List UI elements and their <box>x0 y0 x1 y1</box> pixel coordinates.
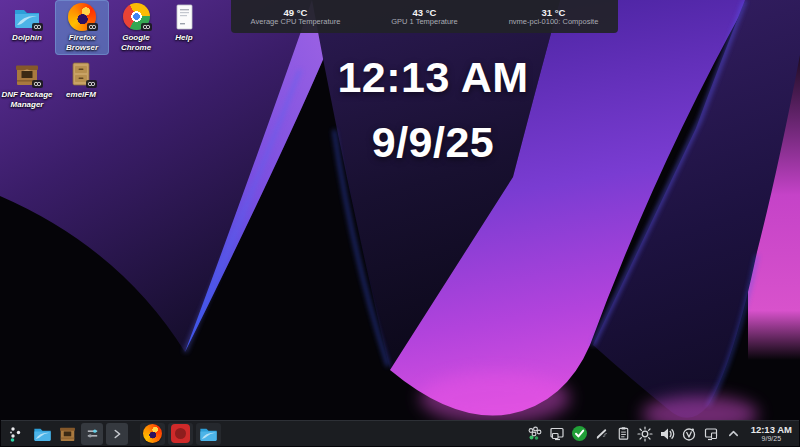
tray-app-cluster-button[interactable] <box>527 425 544 442</box>
dolphin-icon <box>199 424 218 443</box>
task-button-red-app[interactable] <box>168 423 193 445</box>
app-cluster-icon <box>527 426 543 442</box>
taskbar-clock-date: 9/9/25 <box>751 435 792 442</box>
desktop-icon-chrome[interactable]: Google Chrome <box>109 0 163 55</box>
pinned-package-manager-button[interactable] <box>56 423 78 445</box>
clock-time: 12:13 AM <box>283 56 583 99</box>
system-monitor-widget[interactable]: 49 °C Average CPU Temperature 43 °C GPU … <box>231 0 618 33</box>
tray-volume-button[interactable] <box>659 425 676 442</box>
gpu-temp-value: 43 °C <box>413 8 437 18</box>
package-box-icon <box>58 424 77 443</box>
display-config-icon <box>549 426 565 442</box>
expand-tray-chevron-up-icon <box>726 426 741 441</box>
tray-clipboard-button[interactable] <box>615 425 632 442</box>
tray-vpn-button[interactable] <box>681 425 698 442</box>
taskbar-clock-time: 12:13 AM <box>751 425 792 435</box>
nvme-temp-sensor: 31 °C nvme-pci-0100: Composite <box>489 0 618 33</box>
dolphin-icon <box>33 424 52 443</box>
help-document-icon <box>170 3 198 31</box>
nvme-temp-value: 31 °C <box>542 8 566 18</box>
tray-stylus-button[interactable] <box>593 425 610 442</box>
tray-window-share-button[interactable] <box>703 425 720 442</box>
application-launcher-button[interactable] <box>6 423 28 445</box>
red-app-icon <box>171 424 190 443</box>
tray-display-config-button[interactable] <box>549 425 566 442</box>
clipboard-icon <box>616 426 631 441</box>
gpu-temp-sensor: 43 °C GPU 1 Temperature <box>360 0 489 33</box>
brightness-icon <box>637 426 653 442</box>
cpu-temp-label: Average CPU Temperature <box>251 18 341 26</box>
panel-show-more-button[interactable] <box>106 423 128 445</box>
symlink-emblem-icon <box>86 80 97 88</box>
gpu-temp-label: GPU 1 Temperature <box>391 18 458 26</box>
cpu-temp-sensor: 49 °C Average CPU Temperature <box>231 0 360 33</box>
desktop-icon-label: emelFM <box>54 90 108 103</box>
show-more-chevron-icon <box>110 427 124 441</box>
desktop-icon-label: Firefox Browser <box>55 33 109 55</box>
firefox-icon <box>143 424 162 443</box>
tray-updates-button[interactable] <box>571 425 588 442</box>
tray-brightness-button[interactable] <box>637 425 654 442</box>
desktop-icon-firefox[interactable]: Firefox Browser <box>55 0 109 55</box>
taskbar-clock[interactable]: 12:13 AM 9/9/25 <box>751 425 794 443</box>
window-share-icon <box>703 426 719 442</box>
desktop-icon-label: Help <box>157 33 211 46</box>
desktop-icon-dolphin[interactable]: Dolphin <box>0 0 54 46</box>
symlink-emblem-icon <box>141 23 152 31</box>
desktop-icon-label: Dolphin <box>0 33 54 46</box>
vpn-circle-icon <box>681 426 697 442</box>
task-button-firefox[interactable] <box>140 423 165 445</box>
symlink-emblem-icon <box>87 23 98 31</box>
desktop-screen: 49 °C Average CPU Temperature 43 °C GPU … <box>0 0 800 447</box>
pinned-system-settings-button[interactable] <box>81 423 103 445</box>
tray-expand-button[interactable] <box>725 425 742 442</box>
nvme-temp-label: nvme-pci-0100: Composite <box>509 18 599 26</box>
desktop-icon-dnf[interactable]: DNF Package Manager <box>0 57 54 112</box>
pinned-dolphin-button[interactable] <box>31 423 53 445</box>
desktop-clock-widget[interactable]: 12:13 AM 9/9/25 <box>283 56 583 164</box>
taskbar: 12:13 AM 9/9/25 <box>1 420 799 446</box>
desktop-icon-emelfm[interactable]: emelFM <box>54 57 108 103</box>
application-launcher-icon <box>8 425 26 443</box>
system-settings-icon <box>85 426 100 441</box>
symlink-emblem-icon <box>32 80 43 88</box>
updates-ok-icon <box>571 425 588 442</box>
volume-icon <box>659 426 675 442</box>
clock-date: 9/9/25 <box>283 121 583 164</box>
cpu-temp-value: 49 °C <box>284 8 308 18</box>
stylus-icon <box>594 426 609 441</box>
desktop-icon-label: DNF Package Manager <box>0 90 54 112</box>
symlink-emblem-icon <box>32 23 43 31</box>
desktop-icon-label: Google Chrome <box>109 33 163 55</box>
desktop-icon-help[interactable]: Help <box>157 0 211 46</box>
task-button-dolphin[interactable] <box>196 423 221 445</box>
system-tray: 12:13 AM 9/9/25 <box>527 425 794 443</box>
